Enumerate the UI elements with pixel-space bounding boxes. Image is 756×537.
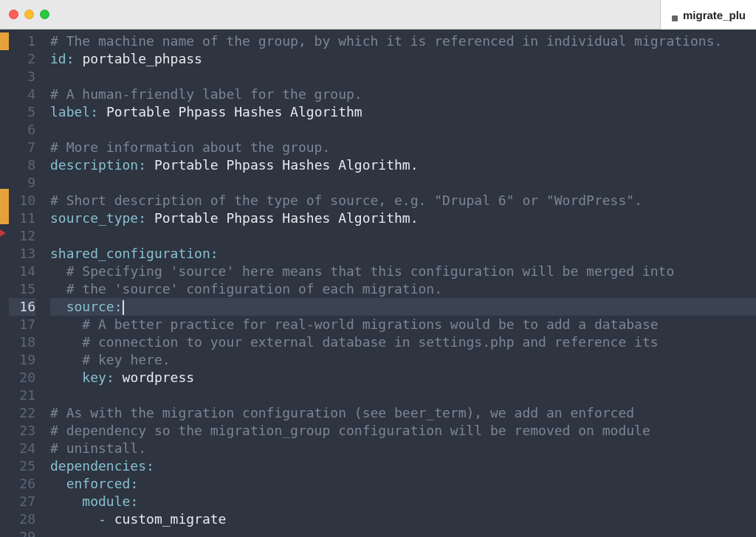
active-tab[interactable]: migrate_plu: [660, 0, 756, 30]
code-line[interactable]: # A better practice for real-world migra…: [50, 316, 756, 333]
line-number: 24: [9, 440, 35, 457]
gutter-marker: [0, 50, 9, 68]
code-line[interactable]: enforced:: [50, 475, 756, 493]
line-number: 10: [9, 192, 35, 209]
line-number: 28: [9, 510, 35, 528]
code-line[interactable]: [50, 121, 756, 139]
gutter-marker: [0, 224, 9, 242]
code-line[interactable]: source:: [50, 298, 756, 316]
line-number: 15: [9, 280, 35, 298]
gutter-marker: [0, 363, 9, 381]
gutter-marker: [0, 311, 9, 329]
code-line[interactable]: # More information about the group.: [50, 139, 756, 156]
gutter-marker: [0, 189, 9, 207]
line-number: 13: [9, 245, 35, 263]
line-number: 6: [9, 121, 35, 139]
title-bar: migrate_plu: [0, 0, 756, 30]
gutter-marker: [0, 207, 9, 224]
code-line[interactable]: # Specifying 'source' here means that th…: [50, 263, 756, 280]
gutter-marker: [0, 276, 9, 294]
tab-filename: migrate_plu: [683, 9, 746, 21]
gutter-marker: [0, 137, 9, 155]
gutter-marker: [0, 154, 9, 172]
line-number: 14: [9, 263, 35, 280]
code-line[interactable]: key: wordpress: [50, 369, 756, 387]
text-cursor: [123, 300, 124, 315]
line-number-gutter: 1234567891011121314151617181920212223242…: [9, 30, 43, 537]
code-line[interactable]: # As with the migration configuration (s…: [50, 404, 756, 422]
gutter-marker: [0, 433, 9, 451]
code-line[interactable]: # dependency so the migration_group conf…: [50, 422, 756, 440]
code-line[interactable]: [50, 68, 756, 86]
marker-column: [0, 30, 9, 537]
line-number: 20: [9, 369, 35, 387]
editor[interactable]: 1234567891011121314151617181920212223242…: [0, 30, 756, 537]
gutter-marker: [0, 328, 9, 346]
code-line[interactable]: # key here.: [50, 351, 756, 369]
window-controls: [9, 10, 49, 19]
gutter-marker: [0, 346, 9, 364]
line-number: 27: [9, 493, 35, 510]
line-number: 22: [9, 404, 35, 422]
code-line[interactable]: - custom_migrate: [50, 510, 756, 528]
code-line[interactable]: # uninstall.: [50, 440, 756, 457]
code-line[interactable]: dependencies:: [50, 457, 756, 475]
line-number: 21: [9, 387, 35, 404]
gutter-marker: [0, 102, 9, 119]
line-number: 17: [9, 316, 35, 333]
code-line[interactable]: # connection to your external database i…: [50, 333, 756, 351]
gutter-marker: [0, 398, 9, 415]
line-number: 16: [9, 298, 35, 316]
gutter-marker: [0, 259, 9, 277]
code-line[interactable]: # Short description of the type of sourc…: [50, 192, 756, 209]
svg-rect-0: [672, 15, 678, 21]
gutter-marker: [0, 32, 9, 50]
code-line[interactable]: shared_configuration:: [50, 245, 756, 263]
code-line[interactable]: [50, 387, 756, 404]
code-line[interactable]: [50, 174, 756, 192]
code-line[interactable]: # the 'source' configuration of each mig…: [50, 280, 756, 298]
maximize-icon[interactable]: [40, 10, 49, 19]
line-number: 25: [9, 457, 35, 475]
line-number: 3: [9, 68, 35, 86]
gutter-marker: [0, 294, 9, 311]
code-line[interactable]: [50, 227, 756, 245]
gutter-marker: [0, 468, 9, 485]
code-line[interactable]: description: Portable Phpass Hashes Algo…: [50, 156, 756, 174]
close-icon[interactable]: [9, 10, 18, 19]
line-number: 5: [9, 103, 35, 121]
line-number: 19: [9, 351, 35, 369]
line-number: 11: [9, 209, 35, 227]
line-number: 2: [9, 50, 35, 68]
line-number: 1: [9, 32, 35, 50]
gutter-marker: [0, 485, 9, 502]
gutter-marker: [0, 241, 9, 259]
code-line[interactable]: # A human-friendly label for the group.: [50, 86, 756, 103]
code-line[interactable]: label: Portable Phpass Hashes Algorithm: [50, 103, 756, 121]
gutter-marker: [0, 67, 9, 85]
code-line[interactable]: id: portable_phpass: [50, 50, 756, 68]
gutter-marker: [0, 172, 9, 190]
code-line[interactable]: source_type: Portable Phpass Hashes Algo…: [50, 209, 756, 227]
gutter-marker: [0, 381, 9, 398]
code-line[interactable]: [50, 528, 756, 537]
line-number: 7: [9, 139, 35, 156]
gutter-marker: [0, 502, 9, 520]
line-number: 29: [9, 528, 35, 537]
gutter-marker: [0, 85, 9, 103]
line-number: 9: [9, 174, 35, 192]
line-number: 12: [9, 227, 35, 245]
gutter-marker: [0, 415, 9, 433]
gutter-marker: [0, 119, 9, 137]
line-number: 18: [9, 333, 35, 351]
line-number: 26: [9, 475, 35, 493]
gutter-marker: [0, 520, 9, 537]
code-line[interactable]: # The machine name of the group, by whic…: [50, 32, 756, 50]
unsaved-indicator-icon: [671, 12, 677, 18]
line-number: 8: [9, 156, 35, 174]
code-line[interactable]: module:: [50, 493, 756, 510]
gutter-marker: [0, 450, 9, 468]
minimize-icon[interactable]: [24, 10, 34, 19]
line-number: 23: [9, 422, 35, 440]
code-area[interactable]: # The machine name of the group, by whic…: [43, 30, 756, 537]
